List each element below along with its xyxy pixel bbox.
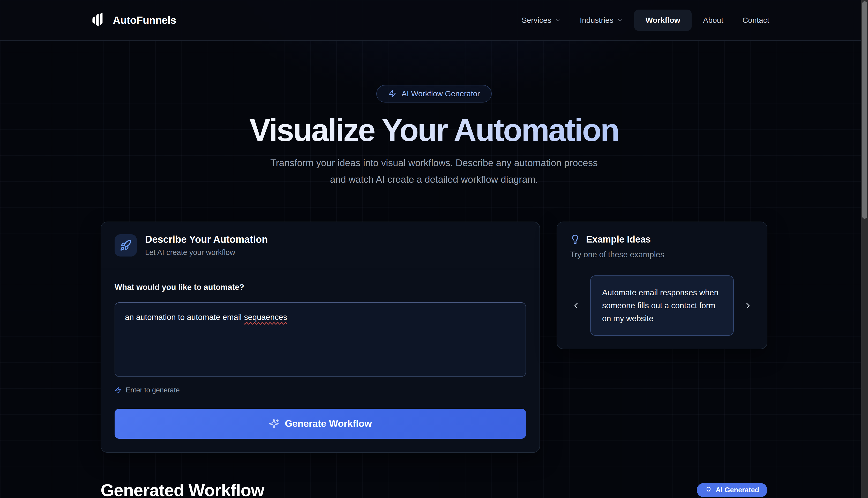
example-ideas-title: Example Ideas <box>586 234 651 245</box>
top-navigation-bar: AutoFunnels Services Industries Workflow… <box>0 0 868 41</box>
sparkles-icon <box>269 419 279 429</box>
automation-description-input[interactable]: an automation to automate email sequaenc… <box>114 302 526 377</box>
hint-label: Enter to generate <box>126 386 180 394</box>
rocket-icon <box>120 239 132 251</box>
zap-icon <box>388 90 396 98</box>
brand-logo[interactable]: AutoFunnels <box>91 12 176 28</box>
generate-workflow-button[interactable]: Generate Workflow <box>114 409 526 439</box>
nav-item-label: About <box>703 16 723 25</box>
chevron-down-icon <box>555 17 561 23</box>
describe-card-header: Describe Your Automation Let AI create y… <box>101 222 540 269</box>
scrollbar-track[interactable] <box>861 0 868 498</box>
generated-workflow-heading: Generated Workflow <box>100 480 264 498</box>
enter-to-generate-hint: Enter to generate <box>114 386 526 394</box>
describe-automation-card: Describe Your Automation Let AI create y… <box>100 222 540 453</box>
nav-item-label: Services <box>522 16 552 25</box>
nav-item-label: Workflow <box>646 16 680 25</box>
ai-generated-badge-label: AI Generated <box>716 486 759 494</box>
chevron-down-icon <box>616 17 623 23</box>
input-text: an automation to automate email <box>125 313 244 322</box>
nav-item-label: Contact <box>743 16 769 25</box>
lightbulb-icon <box>570 234 580 245</box>
previous-example-button[interactable] <box>570 300 582 312</box>
generate-button-label: Generate Workflow <box>285 418 372 429</box>
nav-item-services[interactable]: Services <box>514 10 569 30</box>
hero-subtitle: Transform your ideas into visual workflo… <box>250 155 618 188</box>
generated-workflow-section: Generated Workflow AI Generated <box>100 480 768 498</box>
describe-card-title: Describe Your Automation <box>145 234 268 245</box>
nav-container: AutoFunnels Services Industries Workflow… <box>91 10 777 31</box>
chevron-left-icon <box>571 301 581 310</box>
example-ideas-card: Example Ideas Try one of these examples … <box>557 222 768 349</box>
rocket-icon-tile <box>114 234 137 257</box>
brand-name: AutoFunnels <box>113 14 176 26</box>
automation-question-label: What would you like to automate? <box>114 283 526 292</box>
lightbulb-icon <box>705 487 712 494</box>
zap-icon <box>114 387 122 394</box>
nav-item-label: Industries <box>580 16 613 25</box>
hero-subtitle-line1: Transform your ideas into visual workflo… <box>270 158 597 168</box>
hero-subtitle-line2: and watch AI create a detailed workflow … <box>330 174 538 185</box>
main-content-row: Describe Your Automation Let AI create y… <box>100 222 768 453</box>
describe-card-header-text: Describe Your Automation Let AI create y… <box>145 234 268 257</box>
describe-card-subtitle: Let AI create your workflow <box>145 248 268 257</box>
example-ideas-subtitle: Try one of these examples <box>570 250 754 259</box>
describe-card-body: What would you like to automate? an auto… <box>101 269 540 452</box>
badge-label: AI Workflow Generator <box>402 89 480 98</box>
ai-generated-badge: AI Generated <box>697 483 768 497</box>
scrollbar-thumb[interactable] <box>862 1 867 219</box>
nav-item-contact[interactable]: Contact <box>735 10 777 30</box>
example-idea-item[interactable]: Automate email responses when someone fi… <box>590 275 734 336</box>
examples-carousel: Automate email responses when someone fi… <box>570 275 754 336</box>
example-ideas-header: Example Ideas <box>570 234 754 245</box>
chevron-right-icon <box>743 301 752 310</box>
next-example-button[interactable] <box>742 300 754 312</box>
page-title: Visualize Your Automation <box>0 111 868 149</box>
nav-item-workflow[interactable]: Workflow <box>634 10 692 31</box>
funnel-logo-icon <box>91 12 107 28</box>
nav-items: Services Industries Workflow About Conta… <box>514 10 777 31</box>
input-misspelled-word: sequaences <box>244 313 287 322</box>
ai-workflow-generator-badge: AI Workflow Generator <box>376 85 492 103</box>
nav-item-industries[interactable]: Industries <box>572 10 630 30</box>
nav-item-about[interactable]: About <box>695 10 731 30</box>
